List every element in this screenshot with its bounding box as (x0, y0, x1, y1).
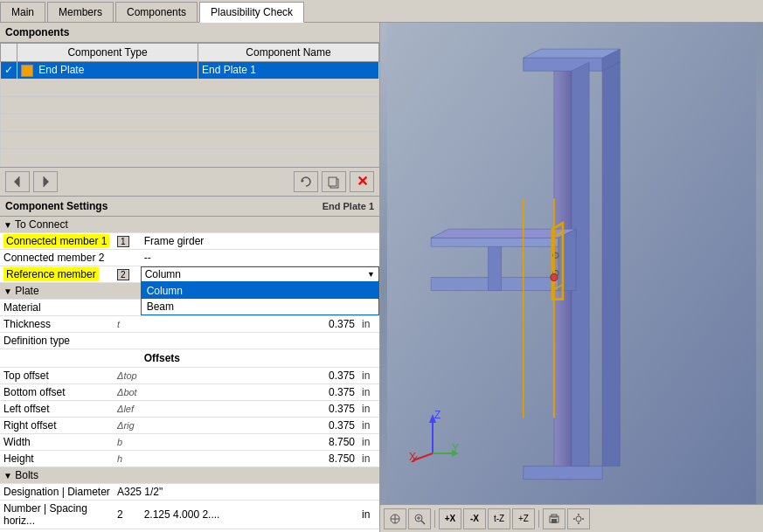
ref-member-dropdown-cell: Column ▼ Column Beam (141, 266, 379, 282)
col-component-name: Component Name (198, 44, 379, 62)
section-to-connect: ▼ To Connect (0, 217, 379, 233)
svg-marker-23 (524, 466, 602, 480)
thickness-unit: in (358, 315, 379, 332)
connected-member-1-label: Connected member 1 (0, 232, 114, 249)
viewport-t-plus-btn[interactable]: +Z (512, 508, 535, 529)
top-offset-row: Top offset Δtop 0.375 in (0, 367, 379, 383)
height-row: Height h 8.750 in (0, 450, 379, 466)
settings-subtitle: End Plate 1 (323, 201, 374, 211)
dropdown-option-beam[interactable]: Beam (142, 299, 378, 314)
left-offset-unit: in (358, 400, 379, 417)
right-offset-label: Right offset (0, 417, 114, 433)
reference-member-label: Reference member (0, 266, 114, 282)
member1-num: 1 (114, 232, 141, 249)
svg-marker-22 (524, 49, 621, 58)
refresh-button[interactable] (294, 171, 318, 192)
section-plate-label: Plate (15, 285, 38, 297)
ref-member-dropdown: Column ▼ Column Beam (141, 266, 379, 282)
viewport-x-minus-btn[interactable]: +X (439, 508, 461, 529)
tab-main[interactable]: Main (0, 2, 45, 22)
height-label: Height (0, 450, 114, 466)
thickness-sym: t (114, 315, 141, 332)
component-toolbar: ✕ (0, 167, 379, 197)
member2-value: -- (141, 249, 379, 266)
table-row[interactable]: ✓ End Plate End Plate 1 (1, 62, 379, 79)
definition-type-row: Definition type (0, 332, 379, 349)
bottom-offset-label: Bottom offset (0, 383, 114, 400)
svg-text:Y: Y (452, 442, 459, 454)
svg-text:Z: Z (434, 410, 440, 421)
viewport-btn-settings[interactable] (567, 508, 590, 529)
nav-next-button[interactable] (33, 171, 58, 192)
definition-type-value (114, 332, 379, 349)
refresh-icon (299, 175, 313, 189)
connected-member-2-row: Connected member 2 -- (0, 249, 379, 266)
spacing-vert-unit: in (358, 529, 379, 532)
bottom-offset-unit: in (358, 383, 379, 400)
thickness-label: Thickness (0, 315, 114, 332)
svg-line-54 (421, 521, 425, 524)
dropdown-option-column[interactable]: Column (142, 283, 378, 299)
spacing-horiz-unit: in (358, 500, 379, 529)
settings-title: Component Settings (5, 200, 108, 212)
components-table: Component Type Component Name ✓ End Plat… (0, 43, 379, 167)
row-checkbox[interactable]: ✓ (1, 62, 17, 79)
copy-button[interactable] (322, 171, 346, 192)
right-offset-unit: in (358, 417, 379, 433)
offsets-header-label (0, 349, 141, 367)
member2-num (114, 249, 141, 266)
tab-components[interactable]: Components (115, 2, 198, 22)
tab-members[interactable]: Members (47, 2, 114, 22)
settings-body: ▼ To Connect Connected member 1 1 Frame … (0, 217, 379, 532)
width-label: Width (0, 433, 114, 450)
plate-icon (21, 65, 33, 77)
delete-button[interactable]: ✕ (350, 171, 374, 192)
designation-label: Designation | Diameter (0, 483, 114, 500)
row-name: End Plate 1 (198, 62, 379, 79)
left-offset-label: Left offset (0, 400, 114, 417)
designation-value: A325 1/2" (114, 483, 379, 500)
top-offset-value: 0.375 (141, 367, 358, 383)
top-tab-bar: Main Members Components Plausibility Che… (0, 0, 763, 23)
ref-member-num: 2 (114, 266, 141, 282)
right-offset-value: 0.375 (141, 417, 358, 433)
width-value: 8.750 (141, 433, 358, 450)
svg-marker-4 (302, 179, 304, 183)
section-bolts-label: Bolts (15, 469, 38, 481)
viewport-t-minus-btn[interactable]: t-Z (488, 508, 510, 529)
section-bolts: ▼ Bolts (0, 466, 379, 483)
viewport-separator-2 (538, 510, 539, 528)
plate-section-collapse-icon[interactable]: ▼ (3, 287, 12, 296)
svg-marker-2 (44, 176, 49, 187)
viewport-x-plus-btn[interactable]: -X (463, 508, 486, 529)
section-to-connect-label: To Connect (15, 218, 68, 231)
bottom-offset-value: 0.375 (141, 383, 358, 400)
bottom-offset-sym: Δbot (114, 383, 141, 400)
width-row: Width b 8.750 in (0, 433, 379, 450)
viewport-3d[interactable]: ← → ↑ ↓ (380, 23, 763, 532)
width-unit: in (358, 433, 379, 450)
arrow-left-icon (10, 175, 24, 189)
viewport-btn-print[interactable] (543, 508, 565, 529)
ref-member-dropdown-list: Column Beam (141, 282, 379, 315)
connected-member-2-label: Connected member 2 (0, 249, 114, 266)
material-label: Material (0, 299, 114, 315)
svg-marker-28 (431, 238, 558, 246)
viewport-btn-1[interactable] (384, 508, 406, 529)
nav-prev-button[interactable] (5, 171, 30, 192)
left-panel: Components Component Type Component Name… (0, 23, 380, 532)
tab-plausibility-check[interactable]: Plausibility Check (199, 2, 304, 23)
offsets-header-text: Offsets (141, 349, 379, 367)
spacing-vert-row: Number | Spacing vertically 1 4.000 4.75… (0, 529, 379, 532)
material-sym (114, 299, 141, 315)
ref-member-dropdown-trigger[interactable]: Column ▼ (141, 266, 379, 282)
designation-row: Designation | Diameter A325 1/2" (0, 483, 379, 500)
thickness-row: Thickness t 0.375 in (0, 315, 379, 332)
svg-rect-58 (551, 519, 557, 523)
viewport-bottom-toolbar: +X -X t-Z +Z (380, 504, 763, 532)
section-collapse-icon[interactable]: ▼ (3, 220, 12, 230)
bolts-section-collapse-icon[interactable]: ▼ (3, 471, 12, 480)
viewport-btn-2[interactable] (408, 508, 431, 529)
axis-indicator: Z Y X (406, 410, 459, 462)
spacing-horiz-label: Number | Spacing horiz... (0, 500, 114, 529)
